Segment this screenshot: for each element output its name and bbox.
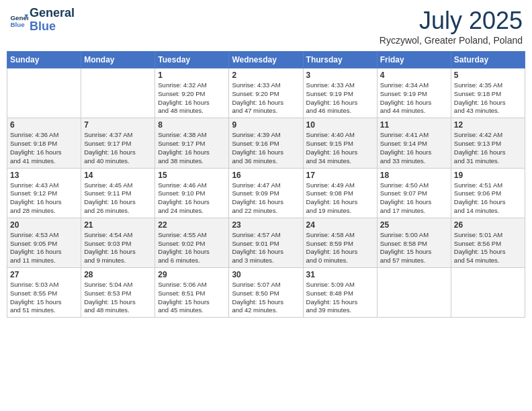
- day-number: 14: [84, 171, 152, 180]
- logo-icon: General Blue: [9, 11, 28, 30]
- day-number: 17: [306, 171, 374, 180]
- calendar-cell: [451, 268, 525, 318]
- day-info: Sunrise: 4:42 AM Sunset: 9:13 PM Dayligh…: [454, 131, 522, 165]
- day-number: 22: [158, 220, 226, 230]
- calendar-week-4: 20Sunrise: 4:53 AM Sunset: 9:05 PM Dayli…: [7, 218, 525, 267]
- column-header-monday: Monday: [81, 52, 155, 68]
- day-number: 4: [380, 71, 448, 80]
- day-info: Sunrise: 4:35 AM Sunset: 9:18 PM Dayligh…: [454, 81, 522, 116]
- column-header-sunday: Sunday: [7, 52, 81, 68]
- day-info: Sunrise: 4:43 AM Sunset: 9:12 PM Dayligh…: [10, 181, 78, 216]
- page-header: General Blue General Blue July 2025 Rycz…: [7, 7, 525, 46]
- logo-text: General Blue: [30, 7, 75, 34]
- calendar-cell: 28Sunrise: 5:04 AM Sunset: 8:53 PM Dayli…: [81, 268, 155, 318]
- day-info: Sunrise: 4:38 AM Sunset: 9:17 PM Dayligh…: [158, 131, 226, 165]
- location-subtitle: Ryczywol, Greater Poland, Poland: [380, 35, 523, 46]
- calendar-cell: 25Sunrise: 5:00 AM Sunset: 8:58 PM Dayli…: [377, 218, 451, 267]
- column-header-saturday: Saturday: [451, 52, 525, 68]
- day-number: 27: [10, 270, 78, 279]
- calendar-cell: 21Sunrise: 4:54 AM Sunset: 9:03 PM Dayli…: [81, 218, 155, 267]
- day-number: 12: [454, 120, 522, 130]
- logo: General Blue General Blue: [9, 7, 75, 34]
- calendar-cell: 6Sunrise: 4:36 AM Sunset: 9:18 PM Daylig…: [7, 118, 81, 168]
- day-info: Sunrise: 4:41 AM Sunset: 9:14 PM Dayligh…: [380, 131, 448, 165]
- calendar-header-row: SundayMondayTuesdayWednesdayThursdayFrid…: [7, 52, 525, 68]
- day-info: Sunrise: 5:03 AM Sunset: 8:55 PM Dayligh…: [10, 281, 78, 315]
- day-info: Sunrise: 4:36 AM Sunset: 9:18 PM Dayligh…: [10, 131, 78, 165]
- calendar-cell: 26Sunrise: 5:01 AM Sunset: 8:56 PM Dayli…: [451, 218, 525, 267]
- month-year-title: July 2025: [380, 7, 523, 35]
- day-info: Sunrise: 5:09 AM Sunset: 8:48 PM Dayligh…: [306, 281, 374, 315]
- day-info: Sunrise: 4:47 AM Sunset: 9:09 PM Dayligh…: [232, 181, 300, 216]
- calendar-table: SundayMondayTuesdayWednesdayThursdayFrid…: [7, 51, 525, 318]
- column-header-thursday: Thursday: [303, 52, 377, 68]
- calendar-cell: [7, 68, 81, 118]
- day-info: Sunrise: 5:01 AM Sunset: 8:56 PM Dayligh…: [454, 231, 522, 265]
- day-info: Sunrise: 4:45 AM Sunset: 9:11 PM Dayligh…: [84, 181, 152, 216]
- calendar-cell: 18Sunrise: 4:50 AM Sunset: 9:07 PM Dayli…: [377, 168, 451, 218]
- day-number: 30: [232, 270, 300, 279]
- day-info: Sunrise: 4:53 AM Sunset: 9:05 PM Dayligh…: [10, 231, 78, 265]
- calendar-cell: 16Sunrise: 4:47 AM Sunset: 9:09 PM Dayli…: [229, 168, 303, 218]
- calendar-cell: 15Sunrise: 4:46 AM Sunset: 9:10 PM Dayli…: [155, 168, 229, 218]
- day-info: Sunrise: 4:39 AM Sunset: 9:16 PM Dayligh…: [232, 131, 300, 165]
- day-number: 10: [306, 120, 374, 130]
- day-info: Sunrise: 4:51 AM Sunset: 9:06 PM Dayligh…: [454, 181, 522, 216]
- day-number: 19: [454, 171, 522, 180]
- calendar-cell: 10Sunrise: 4:40 AM Sunset: 9:15 PM Dayli…: [303, 118, 377, 168]
- day-number: 18: [380, 171, 448, 180]
- day-info: Sunrise: 4:50 AM Sunset: 9:07 PM Dayligh…: [380, 181, 448, 216]
- day-info: Sunrise: 4:34 AM Sunset: 9:19 PM Dayligh…: [380, 81, 448, 116]
- calendar-cell: 7Sunrise: 4:37 AM Sunset: 9:17 PM Daylig…: [81, 118, 155, 168]
- calendar-cell: 12Sunrise: 4:42 AM Sunset: 9:13 PM Dayli…: [451, 118, 525, 168]
- calendar-cell: 19Sunrise: 4:51 AM Sunset: 9:06 PM Dayli…: [451, 168, 525, 218]
- calendar-cell: 17Sunrise: 4:49 AM Sunset: 9:08 PM Dayli…: [303, 168, 377, 218]
- calendar-cell: 2Sunrise: 4:33 AM Sunset: 9:20 PM Daylig…: [229, 68, 303, 118]
- calendar-cell: 23Sunrise: 4:57 AM Sunset: 9:01 PM Dayli…: [229, 218, 303, 267]
- day-info: Sunrise: 4:37 AM Sunset: 9:17 PM Dayligh…: [84, 131, 152, 165]
- day-number: 11: [380, 120, 448, 130]
- day-number: 26: [454, 220, 522, 230]
- day-info: Sunrise: 4:32 AM Sunset: 9:20 PM Dayligh…: [158, 81, 226, 116]
- calendar-cell: 29Sunrise: 5:06 AM Sunset: 8:51 PM Dayli…: [155, 268, 229, 318]
- day-number: 20: [10, 220, 78, 230]
- day-number: 3: [306, 71, 374, 80]
- day-info: Sunrise: 4:57 AM Sunset: 9:01 PM Dayligh…: [232, 231, 300, 265]
- calendar-cell: 30Sunrise: 5:07 AM Sunset: 8:50 PM Dayli…: [229, 268, 303, 318]
- calendar-week-5: 27Sunrise: 5:03 AM Sunset: 8:55 PM Dayli…: [7, 268, 525, 318]
- calendar-week-1: 1Sunrise: 4:32 AM Sunset: 9:20 PM Daylig…: [7, 68, 525, 118]
- calendar-cell: [377, 268, 451, 318]
- calendar-cell: 14Sunrise: 4:45 AM Sunset: 9:11 PM Dayli…: [81, 168, 155, 218]
- title-block: July 2025 Ryczywol, Greater Poland, Pola…: [380, 7, 523, 46]
- column-header-friday: Friday: [377, 52, 451, 68]
- day-info: Sunrise: 5:07 AM Sunset: 8:50 PM Dayligh…: [232, 281, 300, 315]
- day-number: 1: [158, 71, 226, 80]
- day-number: 21: [84, 220, 152, 230]
- day-number: 7: [84, 120, 152, 130]
- day-info: Sunrise: 5:00 AM Sunset: 8:58 PM Dayligh…: [380, 231, 448, 265]
- calendar-cell: 11Sunrise: 4:41 AM Sunset: 9:14 PM Dayli…: [377, 118, 451, 168]
- day-number: 25: [380, 220, 448, 230]
- calendar-cell: 8Sunrise: 4:38 AM Sunset: 9:17 PM Daylig…: [155, 118, 229, 168]
- day-number: 31: [306, 270, 374, 279]
- calendar-cell: 3Sunrise: 4:33 AM Sunset: 9:19 PM Daylig…: [303, 68, 377, 118]
- day-info: Sunrise: 4:58 AM Sunset: 8:59 PM Dayligh…: [306, 231, 374, 265]
- calendar-cell: 22Sunrise: 4:55 AM Sunset: 9:02 PM Dayli…: [155, 218, 229, 267]
- calendar-cell: 4Sunrise: 4:34 AM Sunset: 9:19 PM Daylig…: [377, 68, 451, 118]
- calendar-cell: 20Sunrise: 4:53 AM Sunset: 9:05 PM Dayli…: [7, 218, 81, 267]
- day-info: Sunrise: 4:33 AM Sunset: 9:20 PM Dayligh…: [232, 81, 300, 116]
- calendar-cell: 9Sunrise: 4:39 AM Sunset: 9:16 PM Daylig…: [229, 118, 303, 168]
- day-number: 29: [158, 270, 226, 279]
- day-info: Sunrise: 4:33 AM Sunset: 9:19 PM Dayligh…: [306, 81, 374, 116]
- calendar-cell: 1Sunrise: 4:32 AM Sunset: 9:20 PM Daylig…: [155, 68, 229, 118]
- day-info: Sunrise: 4:55 AM Sunset: 9:02 PM Dayligh…: [158, 231, 226, 265]
- calendar-cell: 5Sunrise: 4:35 AM Sunset: 9:18 PM Daylig…: [451, 68, 525, 118]
- column-header-wednesday: Wednesday: [229, 52, 303, 68]
- day-number: 9: [232, 120, 300, 130]
- column-header-tuesday: Tuesday: [155, 52, 229, 68]
- day-number: 16: [232, 171, 300, 180]
- calendar-week-3: 13Sunrise: 4:43 AM Sunset: 9:12 PM Dayli…: [7, 168, 525, 218]
- day-number: 5: [454, 71, 522, 80]
- day-number: 28: [84, 270, 152, 279]
- day-info: Sunrise: 4:46 AM Sunset: 9:10 PM Dayligh…: [158, 181, 226, 216]
